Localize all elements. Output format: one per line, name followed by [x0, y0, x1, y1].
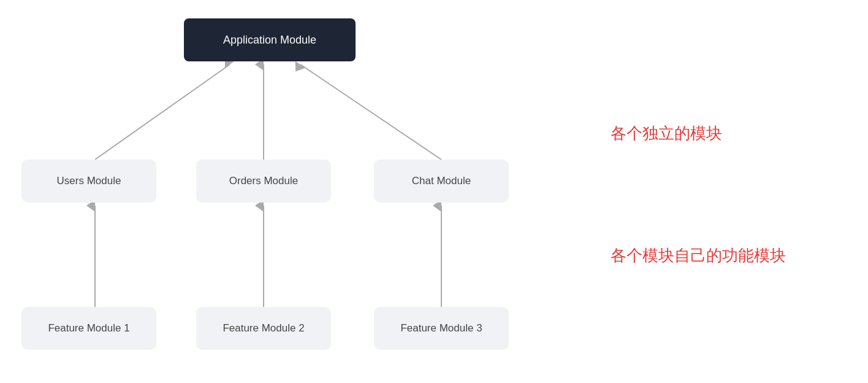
orders-module-box: Orders Module	[196, 160, 331, 203]
feature-module-2-label: Feature Module 2	[223, 322, 304, 335]
chat-module-box: Chat Module	[374, 160, 509, 203]
feature-module-1-label: Feature Module 1	[48, 322, 129, 335]
independent-modules-label: 各个独立的模块	[611, 122, 831, 145]
chat-module-label: Chat Module	[412, 175, 471, 187]
svg-line-1	[95, 64, 230, 160]
application-module-label: Application Module	[223, 34, 316, 47]
feature-modules-label: 各个模块自己的功能模块	[611, 244, 831, 268]
feature-module-1-box: Feature Module 1	[21, 307, 156, 350]
orders-module-label: Orders Module	[229, 175, 298, 187]
diagram-area: Application Module Users Module Orders M…	[0, 0, 552, 383]
application-module-box: Application Module	[184, 18, 356, 61]
users-module-box: Users Module	[21, 160, 156, 203]
feature-module-2-box: Feature Module 2	[196, 307, 331, 350]
svg-line-3	[300, 64, 441, 160]
feature-module-3-box: Feature Module 3	[374, 307, 509, 350]
feature-module-3-label: Feature Module 3	[400, 322, 482, 335]
label-area: 各个独立的模块 各个模块自己的功能模块	[611, 0, 831, 383]
users-module-label: Users Module	[57, 175, 121, 187]
